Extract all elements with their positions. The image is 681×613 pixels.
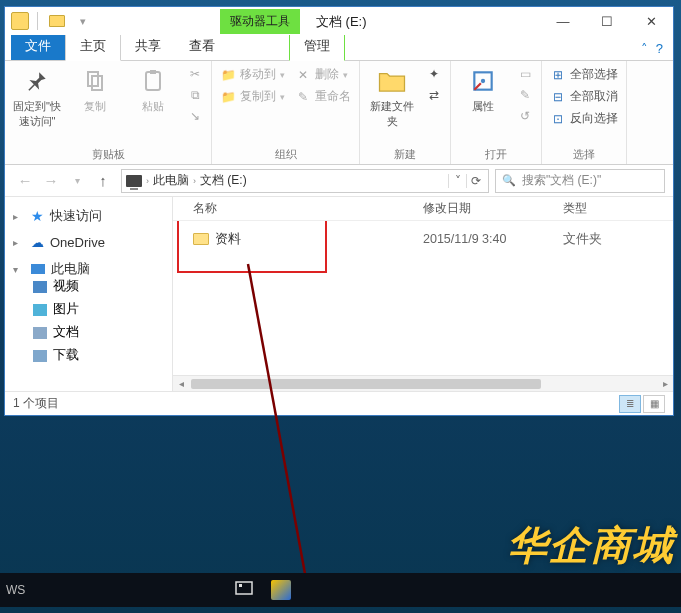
organize-group-label: 组织: [218, 145, 353, 162]
tab-view[interactable]: 查看: [175, 32, 229, 60]
videos-icon: [33, 281, 47, 293]
chevron-right-icon[interactable]: ›: [146, 176, 149, 186]
list-item[interactable]: 资料 2015/11/9 3:40 文件夹: [173, 227, 673, 251]
nav-recent-button[interactable]: ▾: [65, 169, 89, 193]
copy-button[interactable]: 复制: [69, 65, 121, 114]
search-input[interactable]: 🔍 搜索"文档 (E:)": [495, 169, 665, 193]
scroll-left-icon[interactable]: ◂: [173, 378, 189, 389]
svg-rect-2: [146, 72, 160, 90]
ribbon-tab-row: 文件 主页 共享 查看 管理 ˄ ?: [5, 35, 673, 61]
paste-button[interactable]: 粘贴: [127, 65, 179, 114]
select-none-button[interactable]: ⊟ 全部取消: [548, 87, 620, 106]
view-details-button[interactable]: ≣: [619, 395, 641, 413]
new-folder-button[interactable]: 新建文件夹: [366, 65, 418, 129]
view-icons-button[interactable]: ▦: [643, 395, 665, 413]
taskbar[interactable]: WS: [0, 573, 681, 607]
nav-onedrive[interactable]: ▸ ☁ OneDrive: [13, 235, 164, 250]
properties-icon: [467, 65, 499, 97]
search-icon: 🔍: [502, 174, 516, 187]
task-view-icon[interactable]: [235, 581, 253, 599]
new-folder-icon: [376, 65, 408, 97]
col-date[interactable]: 修改日期: [423, 200, 563, 217]
svg-point-5: [481, 79, 485, 83]
tab-share[interactable]: 共享: [121, 32, 175, 60]
breadcrumb[interactable]: › 此电脑 › 文档 (E:) ˅ ⟳: [121, 169, 489, 193]
file-name: 资料: [215, 231, 241, 248]
nav-downloads[interactable]: 下载: [33, 347, 164, 364]
crumb-root[interactable]: 此电脑: [153, 172, 189, 189]
nav-forward-button[interactable]: →: [39, 169, 63, 193]
cut-button[interactable]: ✂: [185, 65, 205, 83]
nav-this-pc[interactable]: ▾ 此电脑: [13, 260, 164, 278]
rename-button[interactable]: ✎ 重命名: [293, 87, 353, 106]
chevron-right-icon[interactable]: ›: [193, 176, 196, 186]
crumb-current[interactable]: 文档 (E:): [200, 172, 247, 189]
new-item-button[interactable]: ✦: [424, 65, 444, 83]
copy-icon: [79, 65, 111, 97]
delete-button[interactable]: ✕ 删除 ▾: [293, 65, 353, 84]
move-to-icon: 📁: [220, 67, 236, 83]
ribbon-group-clipboard: 固定到"快速访问" 复制 粘贴 ✂ ⧉ ↘: [5, 61, 212, 164]
nav-videos[interactable]: 视频: [33, 278, 164, 295]
drive-tools-label: 驱动器工具: [220, 9, 300, 34]
qat-dropdown-icon[interactable]: ▾: [72, 10, 94, 32]
taskbar-app-icon[interactable]: [271, 580, 291, 600]
copy-path-icon: ⧉: [187, 87, 203, 103]
quick-access-toolbar: ▾: [5, 10, 94, 32]
chevron-right-icon[interactable]: ▸: [13, 211, 25, 222]
open-button[interactable]: ▭: [515, 65, 535, 83]
chevron-right-icon[interactable]: ▸: [13, 237, 25, 248]
new-item-icon: ✦: [426, 66, 442, 82]
edit-button[interactable]: ✎: [515, 86, 535, 104]
help-button[interactable]: ?: [656, 41, 663, 56]
maximize-button[interactable]: ☐: [585, 7, 629, 35]
item-count: 1 个项目: [13, 395, 59, 412]
copy-to-button[interactable]: 📁 复制到 ▾: [218, 87, 287, 106]
horizontal-scrollbar[interactable]: ◂ ▸: [173, 375, 673, 391]
move-to-button[interactable]: 📁 移动到 ▾: [218, 65, 287, 84]
invert-selection-button[interactable]: ⊡ 反向选择: [548, 109, 620, 128]
column-headers: 名称 修改日期 类型: [173, 197, 673, 221]
pictures-icon: [33, 304, 47, 316]
scroll-right-icon[interactable]: ▸: [657, 378, 673, 389]
nav-documents[interactable]: 文档: [33, 324, 164, 341]
chevron-down-icon[interactable]: ▾: [13, 264, 25, 275]
close-button[interactable]: ✕: [629, 7, 673, 35]
easy-access-button[interactable]: ⇄: [424, 86, 444, 104]
qat-folder-icon[interactable]: [46, 10, 68, 32]
ribbon: 固定到"快速访问" 复制 粘贴 ✂ ⧉ ↘: [5, 61, 673, 165]
select-all-icon: ⊞: [550, 67, 566, 83]
address-dropdown-button[interactable]: ˅: [448, 174, 466, 188]
minimize-button[interactable]: —: [541, 7, 585, 35]
scrollbar-thumb[interactable]: [191, 379, 541, 389]
paste-shortcut-button[interactable]: ↘: [185, 107, 205, 125]
select-all-button[interactable]: ⊞ 全部选择: [548, 65, 620, 84]
tab-manage[interactable]: 管理: [289, 31, 345, 61]
separator: [37, 12, 38, 30]
cut-icon: ✂: [187, 66, 203, 82]
rename-icon: ✎: [295, 89, 311, 105]
nav-pictures[interactable]: 图片: [33, 301, 164, 318]
tab-file[interactable]: 文件: [11, 32, 65, 60]
open-group-label: 打开: [457, 145, 535, 162]
pin-to-quick-access-button[interactable]: 固定到"快速访问": [11, 65, 63, 129]
titlebar: ▾ 驱动器工具 文档 (E:) — ☐ ✕: [5, 7, 673, 35]
star-icon: ★: [31, 208, 44, 224]
refresh-button[interactable]: ⟳: [466, 174, 484, 188]
col-name[interactable]: 名称: [173, 200, 423, 217]
nav-quick-access[interactable]: ▸ ★ 快速访问: [13, 207, 164, 225]
system-menu-icon[interactable]: [11, 12, 29, 30]
file-list[interactable]: 资料 2015/11/9 3:40 文件夹: [173, 221, 673, 375]
history-button[interactable]: ↺: [515, 107, 535, 125]
copy-path-button[interactable]: ⧉: [185, 86, 205, 104]
nav-back-button[interactable]: ←: [13, 169, 37, 193]
properties-button[interactable]: 属性: [457, 65, 509, 114]
clipboard-group-label: 剪贴板: [11, 145, 205, 162]
tab-home[interactable]: 主页: [65, 31, 121, 61]
svg-rect-9: [239, 584, 242, 587]
taskbar-left-text: WS: [0, 583, 25, 597]
nav-up-button[interactable]: ↑: [91, 169, 115, 193]
ribbon-group-select: ⊞ 全部选择 ⊟ 全部取消 ⊡ 反向选择 选择: [542, 61, 627, 164]
ribbon-collapse-button[interactable]: ˄: [641, 41, 648, 56]
col-type[interactable]: 类型: [563, 200, 643, 217]
